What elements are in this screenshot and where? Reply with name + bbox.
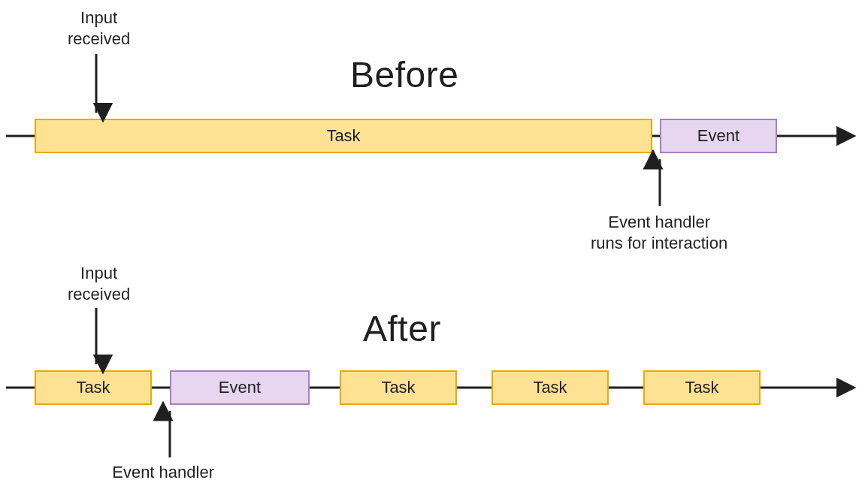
before-task-box-label: Task xyxy=(326,126,360,146)
diagram-root: Before Inputreceived Task Event Event ha… xyxy=(0,0,868,486)
after-event-handler-label: Event handlerruns for interaction xyxy=(95,462,231,486)
after-task2-box-label: Task xyxy=(381,378,415,397)
after-event-box: Event xyxy=(170,370,310,405)
after-input-received-label: Inputreceived xyxy=(68,263,130,304)
after-task1-box-label: Task xyxy=(76,378,110,397)
after-task2-box: Task xyxy=(340,370,457,405)
after-task4-box-label: Task xyxy=(685,378,718,397)
after-task4-box: Task xyxy=(643,370,761,405)
before-title: Before xyxy=(350,54,458,95)
after-task3-box-label: Task xyxy=(533,378,567,397)
before-event-handler-label: Event handlerruns for interaction xyxy=(591,212,727,253)
after-task3-box: Task xyxy=(491,370,609,405)
before-event-box: Event xyxy=(660,119,777,153)
before-task-box: Task xyxy=(35,119,652,153)
after-title: After xyxy=(363,308,441,349)
before-event-box-label: Event xyxy=(697,126,739,146)
after-event-box-label: Event xyxy=(219,378,261,397)
after-task1-box: Task xyxy=(35,370,152,405)
before-input-received-label: Inputreceived xyxy=(68,8,130,49)
